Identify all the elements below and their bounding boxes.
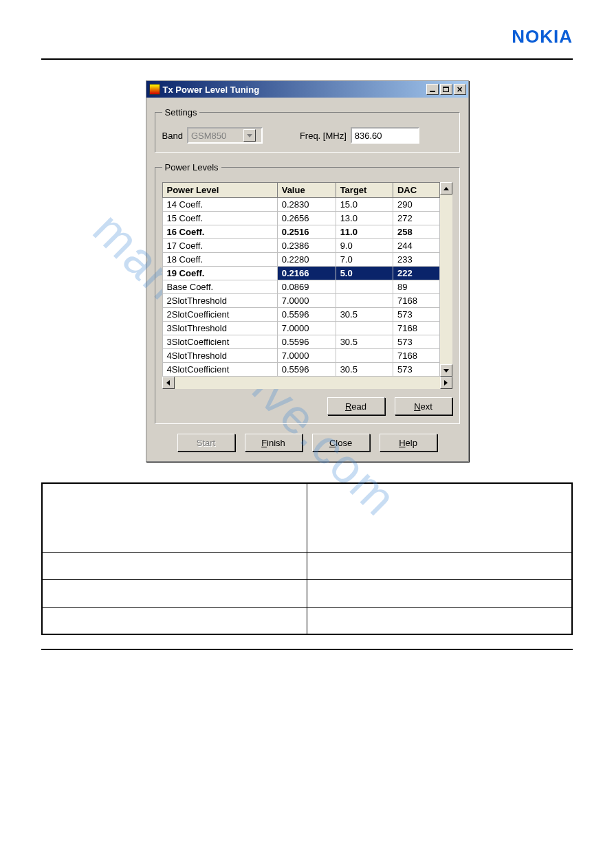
table-cell[interactable]: 573	[393, 308, 439, 322]
table-row[interactable]: 19 Coeff.0.21665.0222	[162, 267, 439, 280]
table-cell[interactable]: 0.2386	[277, 239, 336, 253]
table-cell[interactable]: 14 Coeff.	[162, 198, 277, 212]
table-row[interactable]: Base Coeff.0.086989	[162, 280, 439, 294]
table-cell[interactable]: 290	[393, 198, 439, 212]
table-cell[interactable]: 7.0000	[277, 294, 336, 308]
table-cell[interactable]: 0.5596	[277, 308, 336, 322]
table-cell[interactable]	[336, 294, 393, 308]
table-cell[interactable]: 2SlotThreshold	[162, 294, 277, 308]
table-cell[interactable]: 15.0	[336, 198, 393, 212]
table-cell[interactable]: 573	[393, 363, 439, 377]
freq-value[interactable]: 836.60	[351, 127, 419, 144]
table-row[interactable]: 4SlotThreshold7.00007168	[162, 349, 439, 363]
grid-container: Power Level Value Target DAC 14 Coeff.0.…	[162, 182, 452, 389]
table-cell[interactable]: 5.0	[336, 267, 393, 280]
table-cell[interactable]: 4SlotCoefficient	[162, 363, 277, 377]
table-header-row: Power Level Value Target DAC	[162, 183, 439, 198]
table-cell[interactable]: 13.0	[336, 212, 393, 225]
table-row[interactable]: 2SlotCoefficient0.559630.5573	[162, 308, 439, 322]
table-cell[interactable]: 30.5	[336, 335, 393, 349]
bottom-rule	[41, 649, 573, 650]
table-cell[interactable]: 272	[393, 212, 439, 225]
power-levels-legend: Power Levels	[162, 162, 221, 173]
table-cell[interactable]: Base Coeff.	[162, 280, 277, 294]
table-cell[interactable]: 19 Coeff.	[162, 267, 277, 280]
close-button[interactable]: Close	[312, 434, 370, 452]
power-table[interactable]: Power Level Value Target DAC 14 Coeff.0.…	[162, 182, 440, 377]
table-cell[interactable]	[336, 280, 393, 294]
table-cell[interactable]: 2SlotCoefficient	[162, 308, 277, 322]
table-cell[interactable]: 4SlotThreshold	[162, 349, 277, 363]
band-label: Band	[162, 131, 183, 141]
table-cell[interactable]: 7.0000	[277, 322, 336, 335]
table-cell[interactable]: 0.2830	[277, 198, 336, 212]
scroll-track[interactable]	[440, 194, 452, 364]
maximize-button[interactable]	[440, 84, 452, 95]
table-cell[interactable]: 0.5596	[277, 363, 336, 377]
table-cell[interactable]: 0.0869	[277, 280, 336, 294]
scroll-down-icon[interactable]	[440, 364, 452, 377]
info-cell	[307, 483, 573, 552]
close-icon[interactable]: ✕	[454, 84, 466, 95]
table-row[interactable]: 15 Coeff.0.265613.0272	[162, 212, 439, 225]
table-row[interactable]: 14 Coeff.0.283015.0290	[162, 198, 439, 212]
table-cell[interactable]: 89	[393, 280, 439, 294]
table-cell[interactable]: 258	[393, 225, 439, 239]
table-row[interactable]: 3SlotThreshold7.00007168	[162, 322, 439, 335]
table-cell[interactable]: 0.2280	[277, 253, 336, 267]
table-cell[interactable]: 0.2656	[277, 212, 336, 225]
table-cell[interactable]: 7168	[393, 322, 439, 335]
table-cell[interactable]: 30.5	[336, 363, 393, 377]
table-cell[interactable]: 0.2166	[277, 267, 336, 280]
info-cell	[42, 483, 307, 552]
table-cell[interactable]: 7168	[393, 349, 439, 363]
band-combo[interactable]	[187, 127, 263, 144]
scroll-left-icon[interactable]	[162, 377, 175, 389]
table-cell[interactable]: 11.0	[336, 225, 393, 239]
titlebar-text: Tx Power Level Tuning	[163, 85, 260, 95]
table-cell[interactable]: 18 Coeff.	[162, 253, 277, 267]
help-button[interactable]: Help	[380, 434, 437, 452]
table-cell[interactable]: 7.0000	[277, 349, 336, 363]
th-dac: DAC	[393, 183, 439, 198]
table-cell[interactable]: 244	[393, 239, 439, 253]
info-cell	[42, 552, 307, 579]
table-row[interactable]: 2SlotThreshold7.00007168	[162, 294, 439, 308]
hscroll-track[interactable]	[175, 377, 440, 389]
info-table	[41, 482, 573, 635]
table-cell[interactable]: 7168	[393, 294, 439, 308]
start-button: Start	[177, 434, 235, 452]
table-cell[interactable]: 15 Coeff.	[162, 212, 277, 225]
table-cell[interactable]: 16 Coeff.	[162, 225, 277, 239]
chevron-down-icon[interactable]	[243, 129, 256, 142]
table-row[interactable]: 18 Coeff.0.22807.0233	[162, 253, 439, 267]
table-row[interactable]: 3SlotCoefficient0.559630.5573	[162, 335, 439, 349]
table-cell[interactable]: 3SlotCoefficient	[162, 335, 277, 349]
read-button[interactable]: Read	[327, 397, 385, 415]
band-value	[188, 131, 243, 141]
table-row[interactable]: 17 Coeff.0.23869.0244	[162, 239, 439, 253]
table-cell[interactable]: 573	[393, 335, 439, 349]
table-cell[interactable]: 0.5596	[277, 335, 336, 349]
scroll-right-icon[interactable]	[440, 377, 452, 389]
scroll-up-icon[interactable]	[440, 182, 452, 194]
horizontal-scrollbar[interactable]	[162, 377, 452, 389]
table-cell[interactable]: 17 Coeff.	[162, 239, 277, 253]
app-icon	[149, 84, 160, 95]
table-cell[interactable]: 30.5	[336, 308, 393, 322]
table-row[interactable]: 4SlotCoefficient0.559630.5573	[162, 363, 439, 377]
table-cell[interactable]	[336, 349, 393, 363]
table-cell[interactable]: 0.2516	[277, 225, 336, 239]
minimize-button[interactable]	[426, 84, 439, 95]
finish-button[interactable]: Finish	[245, 434, 303, 452]
table-row[interactable]: 16 Coeff.0.251611.0258	[162, 225, 439, 239]
table-cell[interactable]: 233	[393, 253, 439, 267]
table-cell[interactable]	[336, 322, 393, 335]
table-cell[interactable]: 9.0	[336, 239, 393, 253]
next-button[interactable]: Next	[395, 397, 452, 415]
page: NOKIA manualshive.com Tx Power Level Tun…	[0, 0, 614, 678]
vertical-scrollbar[interactable]	[440, 182, 452, 377]
table-cell[interactable]: 222	[393, 267, 439, 280]
table-cell[interactable]: 3SlotThreshold	[162, 322, 277, 335]
table-cell[interactable]: 7.0	[336, 253, 393, 267]
